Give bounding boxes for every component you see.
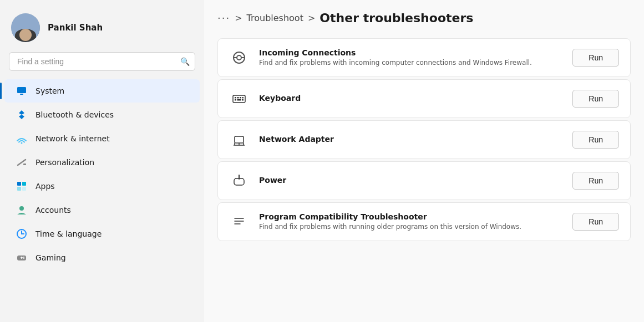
svg-rect-7 (17, 182, 21, 186)
svg-rect-6 (23, 163, 26, 165)
sidebar-item-time[interactable]: Time & language (4, 222, 200, 246)
svg-point-11 (19, 206, 24, 211)
item-title-program-compatibility: Program Compatibility Troubleshooter (259, 212, 562, 221)
item-desc-incoming-connections: Find and fix problems with incoming comp… (259, 58, 562, 68)
svg-point-18 (23, 257, 24, 258)
gaming-icon (16, 252, 28, 264)
breadcrumb-link[interactable]: Troubleshoot (247, 13, 303, 23)
sidebar-item-label-system: System (36, 86, 64, 95)
sidebar-item-system[interactable]: System (4, 79, 200, 103)
item-info-network-adapter: Network Adapter (259, 135, 562, 145)
troubleshooter-item-power: PowerRun (217, 161, 631, 200)
run-button-power[interactable]: Run (572, 172, 619, 190)
run-button-network-adapter[interactable]: Run (572, 131, 619, 149)
item-title-keyboard: Keyboard (259, 94, 562, 103)
troubleshooter-item-incoming-connections: Incoming ConnectionsFind and fix problem… (217, 38, 631, 77)
breadcrumb: ··· > Troubleshoot > Other troubleshoote… (217, 11, 631, 25)
sidebar-item-label-time: Time & language (36, 229, 102, 238)
troubleshooter-item-network-adapter: Network AdapterRun (217, 120, 631, 159)
troubleshooter-list: Incoming ConnectionsFind and fix problem… (217, 38, 631, 241)
breadcrumb-sep1: > (235, 13, 242, 23)
power-icon (229, 171, 249, 191)
run-button-program-compatibility[interactable]: Run (572, 213, 619, 231)
svg-rect-10 (22, 187, 26, 191)
bluetooth-icon (16, 109, 28, 121)
svg-marker-3 (19, 110, 22, 119)
incoming-connections-icon (229, 48, 249, 68)
svg-rect-31 (242, 99, 244, 101)
svg-rect-26 (237, 97, 239, 99)
sidebar-item-network[interactable]: Network & internet (4, 127, 200, 150)
avatar (11, 13, 40, 42)
network-icon (16, 132, 28, 145)
sidebar-item-label-bluetooth: Bluetooth & devices (36, 110, 114, 119)
personalization-icon (16, 156, 28, 168)
item-info-incoming-connections: Incoming ConnectionsFind and fix problem… (259, 48, 562, 68)
apps-icon (16, 180, 28, 192)
svg-rect-27 (240, 97, 241, 99)
item-info-program-compatibility: Program Compatibility TroubleshooterFind… (259, 212, 562, 232)
svg-marker-2 (22, 110, 24, 119)
sidebar-item-label-personalization: Personalization (36, 158, 94, 167)
svg-rect-28 (242, 97, 244, 99)
sidebar-item-label-apps: Apps (36, 182, 55, 191)
svg-rect-32 (235, 136, 244, 143)
keyboard-icon (229, 89, 249, 109)
svg-rect-25 (235, 97, 236, 99)
search-container: 🔍 (9, 52, 195, 71)
svg-rect-1 (20, 94, 23, 95)
sidebar-item-bluetooth[interactable]: Bluetooth & devices (4, 103, 200, 126)
svg-rect-30 (237, 99, 241, 101)
svg-rect-9 (17, 187, 21, 191)
svg-point-4 (21, 142, 23, 144)
run-button-keyboard[interactable]: Run (572, 90, 619, 108)
item-title-power: Power (259, 176, 562, 185)
user-profile: Pankil Shah (0, 9, 204, 52)
item-desc-program-compatibility: Find and fix problems with running older… (259, 222, 562, 232)
svg-point-19 (23, 258, 24, 259)
user-name: Pankil Shah (48, 23, 103, 33)
svg-point-21 (237, 55, 241, 60)
main-content: ··· > Troubleshoot > Other troubleshoote… (204, 0, 644, 322)
sidebar-item-label-accounts: Accounts (36, 206, 71, 214)
accounts-icon (16, 204, 28, 216)
time-icon (16, 228, 28, 240)
item-title-incoming-connections: Incoming Connections (259, 48, 562, 57)
page-title: Other troubleshooters (320, 11, 473, 25)
item-info-keyboard: Keyboard (259, 94, 562, 104)
search-input[interactable] (9, 52, 195, 71)
sidebar: Pankil Shah 🔍 SystemBluetooth & devicesN… (0, 0, 204, 322)
item-info-power: Power (259, 176, 562, 186)
system-icon (16, 85, 28, 97)
program-compatibility-icon (229, 212, 249, 232)
troubleshooter-item-keyboard: KeyboardRun (217, 79, 631, 118)
sidebar-item-personalization[interactable]: Personalization (4, 151, 200, 174)
breadcrumb-sep2: > (308, 13, 315, 23)
sidebar-item-gaming[interactable]: Gaming (4, 246, 200, 269)
breadcrumb-dots[interactable]: ··· (217, 12, 230, 24)
sidebar-item-label-gaming: Gaming (36, 253, 66, 262)
svg-rect-29 (235, 99, 236, 101)
network-adapter-icon (229, 130, 249, 150)
item-title-network-adapter: Network Adapter (259, 135, 562, 144)
nav-list: SystemBluetooth & devicesNetwork & inter… (0, 79, 204, 322)
svg-rect-8 (22, 182, 26, 186)
sidebar-item-accounts[interactable]: Accounts (4, 198, 200, 222)
svg-rect-24 (233, 95, 245, 103)
search-icon: 🔍 (180, 57, 190, 66)
svg-rect-0 (17, 87, 26, 93)
sidebar-item-apps[interactable]: Apps (4, 175, 200, 198)
run-button-incoming-connections[interactable]: Run (572, 49, 619, 67)
troubleshooter-item-program-compatibility: Program Compatibility TroubleshooterFind… (217, 202, 631, 241)
sidebar-item-label-network: Network & internet (36, 134, 110, 143)
